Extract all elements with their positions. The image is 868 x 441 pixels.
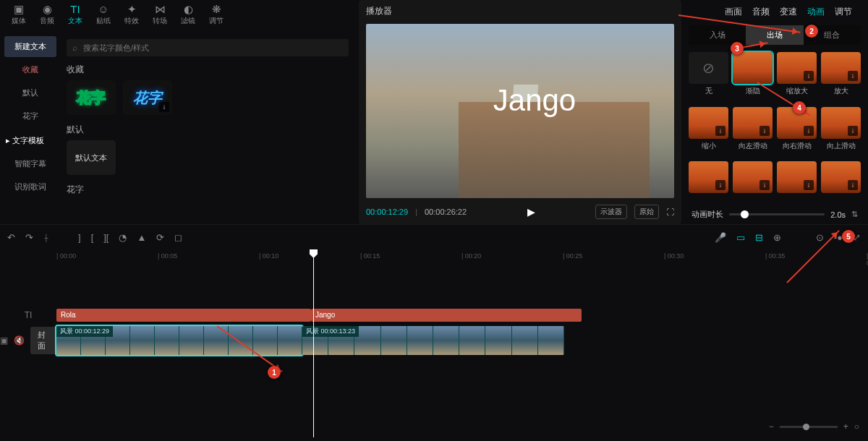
rotate-icon[interactable]: ⟳	[156, 232, 164, 243]
duration-slider[interactable]	[729, 213, 825, 215]
ruler-tick: | 00:25	[563, 252, 582, 260]
right-tab-2[interactable]: 变速	[780, 6, 797, 18]
anim-9[interactable]: ↓	[733, 161, 773, 202]
anim-3[interactable]: ↓放大	[821, 52, 861, 103]
split2-icon[interactable]: ][	[103, 232, 109, 243]
section-huazi: 花字	[67, 184, 349, 196]
sidebar-smart-sub[interactable]: 智能字幕	[4, 153, 56, 174]
video-clip-1[interactable]: 风景 00:00:12:29	[56, 326, 302, 355]
top-tab-2[interactable]: TI文本	[62, 3, 88, 30]
text-track-head: TI	[0, 310, 56, 320]
marker-icon[interactable]: ⊕	[773, 232, 781, 243]
anim-7[interactable]: ↓向上滑动	[821, 107, 861, 158]
top-tab-7[interactable]: ❋调节	[203, 3, 229, 30]
zoom-reset-icon[interactable]: ○	[854, 421, 859, 432]
anim-10[interactable]: ↓	[777, 161, 817, 202]
fullscreen-icon[interactable]: ⛶	[666, 207, 674, 216]
section-fav: 收藏	[67, 64, 349, 76]
mic-icon[interactable]: 🎤	[715, 232, 726, 243]
crop-icon[interactable]: ◻	[174, 232, 182, 243]
ruler-tick: | 00:35	[765, 252, 785, 260]
anim-8[interactable]: ↓	[689, 161, 728, 202]
top-tab-5[interactable]: ⋈转场	[147, 3, 173, 30]
ruler-tick: | 00:20	[461, 252, 481, 260]
mute-icon[interactable]: 🔇	[14, 335, 25, 346]
redo-icon[interactable]: ↷	[25, 232, 33, 243]
top-tab-1[interactable]: ◉音频	[34, 3, 60, 30]
zoom-in-icon[interactable]: +	[843, 421, 848, 432]
time-total: 00:00:26:22	[425, 207, 467, 216]
sidebar-fav[interactable]: 收藏	[4, 59, 56, 80]
sidebar-lyrics[interactable]: 识别歌词	[4, 176, 56, 197]
zoom-out-icon[interactable]: −	[769, 421, 774, 432]
ruler-tick: | 00:10	[259, 252, 278, 260]
download-icon[interactable]: ↓	[804, 126, 814, 136]
download-icon[interactable]: ↓	[848, 126, 858, 136]
top-tab-4[interactable]: ✦特效	[119, 3, 145, 30]
download-icon[interactable]: ↓	[715, 126, 726, 136]
play-button[interactable]: ▶	[527, 206, 535, 218]
anim-1[interactable]: 渐隐	[733, 52, 773, 103]
right-tab-3[interactable]: 动画	[807, 6, 825, 18]
pin-2: 2	[805, 25, 818, 38]
search-input[interactable]	[82, 43, 343, 53]
text-clip-1[interactable]: Rola	[56, 309, 311, 322]
section-default: 默认	[67, 124, 349, 136]
download-icon[interactable]: ↓	[760, 126, 770, 136]
download-icon[interactable]: ↓	[848, 71, 858, 81]
anim-0[interactable]: ⊘无	[689, 52, 728, 103]
video-clip-2[interactable]: 风景 00:00:13:23	[302, 326, 564, 355]
sidebar-template[interactable]: ▸ 文字模板	[4, 130, 56, 151]
right-tab-4[interactable]: 调节	[835, 6, 852, 18]
duration-stepper[interactable]: ⇅	[851, 210, 858, 219]
speed-icon[interactable]: ◔	[119, 232, 127, 243]
sidebar-huazi[interactable]: 花字	[4, 106, 56, 127]
download-icon[interactable]: ↓	[159, 102, 169, 112]
auto-icon[interactable]: ▭	[736, 232, 745, 243]
cover-button[interactable]: 封面	[30, 327, 56, 354]
search-box[interactable]: ⌕	[67, 39, 349, 56]
right-tab-0[interactable]: 画面	[725, 6, 742, 18]
duration-value: 2.0s	[830, 210, 846, 219]
download-icon[interactable]: ↓	[804, 71, 814, 81]
text-clip-2[interactable]: Jango	[311, 309, 582, 322]
download-icon[interactable]: ↓	[715, 180, 726, 190]
undo-icon[interactable]: ↶	[7, 232, 15, 243]
anim-4[interactable]: ↓缩小	[689, 107, 728, 158]
video-track-icon[interactable]: ▣	[0, 335, 8, 346]
right-tab-1[interactable]: 音频	[752, 6, 770, 18]
player-title: 播放器	[359, 0, 681, 22]
anim-11[interactable]: ↓	[821, 161, 861, 202]
download-icon[interactable]: ↓	[760, 180, 770, 190]
zoom-fit-icon[interactable]: ⊙	[816, 232, 824, 243]
search-icon: ⌕	[72, 43, 77, 53]
playhead[interactable]	[313, 249, 314, 437]
anim-5[interactable]: ↓向左滑动	[733, 107, 773, 158]
oscilloscope-button[interactable]: 示波器	[595, 205, 627, 219]
default-text-preset[interactable]: 默认文本	[67, 140, 116, 175]
ruler-tick: | 00:15	[360, 252, 380, 260]
top-tab-3[interactable]: ☺贴纸	[90, 3, 116, 30]
anim-2[interactable]: ↓缩放大	[777, 52, 817, 103]
ruler-tick: | 00:05	[158, 252, 177, 260]
split-icon[interactable]: ⟊	[43, 232, 49, 243]
top-tab-6[interactable]: ◐滤镜	[175, 3, 201, 30]
download-icon[interactable]: ↓	[804, 180, 814, 190]
ruler-tick: | 00:30	[664, 252, 684, 260]
new-text-button[interactable]: 新建文本	[4, 36, 56, 57]
link-icon[interactable]: ⊟	[755, 232, 763, 243]
mirror-icon[interactable]: ▲	[137, 232, 146, 243]
pin-4: 4	[793, 101, 806, 114]
cut-left-icon[interactable]: ]	[78, 232, 81, 243]
preview-viewport[interactable]: Jango	[366, 24, 674, 198]
original-button[interactable]: 原始	[634, 205, 659, 219]
zoom-slider[interactable]	[780, 426, 838, 428]
pin-1: 1	[268, 366, 281, 379]
top-tab-0[interactable]: ▣媒体	[6, 3, 32, 30]
time-current: 00:00:12:29	[366, 207, 408, 216]
cut-right-icon[interactable]: [	[91, 232, 94, 243]
huazi-preset-1[interactable]: 花字	[67, 80, 116, 115]
download-icon[interactable]: ↓	[848, 180, 858, 190]
huazi-preset-2[interactable]: 花字↓	[123, 80, 172, 115]
sidebar-default[interactable]: 默认	[4, 82, 56, 103]
